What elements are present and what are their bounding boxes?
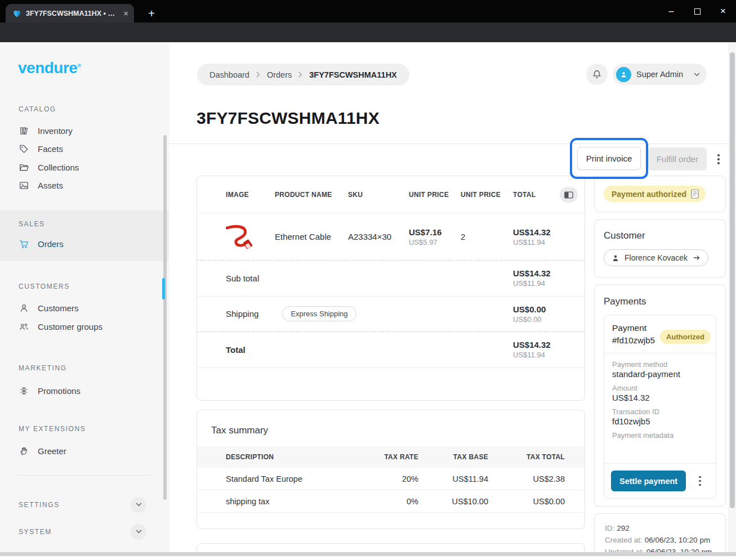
col-unit-price: UNIT PRICE: [409, 191, 461, 199]
inventory-icon: [19, 126, 29, 136]
annotation-highlight-ring: Print invoice: [570, 138, 648, 179]
breadcrumb-current: 3FY7FSCWSHMA11HX: [309, 70, 397, 79]
user-menu[interactable]: Super Admin: [613, 64, 707, 85]
window-close-button[interactable]: ×: [710, 0, 736, 23]
field-label: Transaction ID: [612, 407, 708, 416]
total-value: US$14.32 US$11.94: [513, 340, 551, 359]
window-maximize-button[interactable]: [684, 0, 710, 23]
sidebar-item-assets[interactable]: Assets: [0, 177, 169, 195]
section-title: MY EXTENSIONS: [0, 425, 169, 433]
snowflake-icon: [19, 386, 29, 396]
settle-payment-button[interactable]: Settle payment: [611, 471, 686, 491]
sidebar-item-orders[interactable]: Orders: [0, 235, 169, 253]
sidebar-item-greeter[interactable]: Greeter: [0, 442, 169, 460]
order-state-label: Payment authorized: [612, 190, 686, 199]
chevron-down-icon[interactable]: [131, 524, 146, 540]
browser-tab[interactable]: 3FY7FSCWSHMA11HX • Vendure ×: [6, 4, 134, 23]
sidebar-item-label: Promotions: [38, 386, 81, 396]
user-icon: [19, 303, 29, 313]
payment-fields: Payment method standard-payment Amount U…: [604, 353, 716, 440]
sidebar-scrollbar[interactable]: [163, 135, 167, 500]
sidebar-item-label: Assets: [38, 181, 63, 190]
payment-header: Payment #fd10zwjb5 Authorized: [604, 315, 716, 353]
payment-actions: Settle payment: [604, 463, 716, 498]
sidebar-section-marketing: MARKETING Promotions: [0, 364, 169, 401]
tax-summary-title: Tax summary: [197, 410, 585, 436]
tab-title: 3FY7FSCWSHMA11HX • Vendure: [26, 10, 119, 17]
print-invoice-button[interactable]: Print invoice: [577, 147, 641, 170]
arrow-right-icon: [693, 254, 701, 261]
users-icon: [19, 321, 29, 332]
meta-created-row: Created at:06/06/23, 10:20 pm: [605, 534, 715, 546]
customer-link[interactable]: Florence Kovacek: [604, 249, 708, 266]
column-settings-button[interactable]: [560, 187, 578, 203]
field-label: Payment metadata: [612, 431, 708, 440]
tax-row: Standard Tax Europe 20% US$11.94 US$2.38: [197, 468, 585, 490]
page-scrollbar-thumb[interactable]: [730, 52, 735, 508]
sidebar-item-facets[interactable]: Facets: [0, 140, 169, 159]
more-actions-icon[interactable]: [713, 150, 724, 168]
sidebar-item-label: Customers: [38, 303, 79, 313]
col-description: DESCRIPTION: [226, 453, 356, 461]
order-items-card: IMAGE PRODUCT NAME SKU UNIT PRICE UNIT P…: [197, 176, 585, 401]
sidebar-item-promotions[interactable]: Promotions: [0, 382, 169, 401]
total-row: Total US$14.32 US$11.94: [197, 332, 585, 368]
chevron-down-icon[interactable]: [131, 497, 146, 513]
sidebar-item-label: Facets: [38, 144, 63, 154]
sidebar-section-my-extensions: MY EXTENSIONS Greeter: [0, 425, 169, 460]
section-title: CUSTOMERS: [0, 283, 169, 290]
order-line-row: Ethernet Cable A23334×30 US$7.16 US$5.97…: [197, 213, 585, 261]
payment-detail-card: Payment #fd10zwjb5 Authorized Payment me…: [604, 315, 716, 499]
window-minimize-button[interactable]: –: [658, 0, 684, 23]
total-label: Total: [226, 345, 246, 355]
fulfill-order-button[interactable]: Fulfill order: [648, 147, 707, 171]
browser-toolbar: localhost:3000/admin/orders/292: [0, 23, 736, 42]
main-content: Dashboard Orders 3FY7FSCWSHMA11HX Super …: [169, 42, 736, 556]
sidebar-item-customers[interactable]: Customers: [0, 299, 169, 318]
customer-name: Florence Kovacek: [625, 253, 688, 262]
new-tab-button[interactable]: +: [144, 6, 159, 21]
sidebar-item-label: Orders: [38, 239, 64, 249]
col-tax-total: TAX TOTAL: [488, 453, 565, 461]
user-icon: [612, 254, 619, 262]
chevron-down-icon: [694, 73, 700, 77]
sidebar-section-settings[interactable]: SETTINGS: [0, 494, 169, 516]
payment-more-actions-icon[interactable]: [695, 473, 705, 490]
line-total-cell: US$14.32 US$11.94: [513, 227, 581, 247]
history-icon: [691, 189, 699, 199]
field-value: standard-payment: [612, 369, 708, 379]
payments-card: Payments Payment #fd10zwjb5 Authorized P…: [594, 284, 726, 507]
sidebar-item-collections[interactable]: Collections: [0, 158, 169, 177]
product-name[interactable]: Ethernet Cable: [275, 232, 348, 241]
tab-close-icon[interactable]: ×: [123, 9, 128, 17]
sidebar-section-customers: CUSTOMERS Customers Customer groups: [0, 283, 169, 336]
col-product-name: PRODUCT NAME: [275, 191, 348, 199]
page-scrollbar[interactable]: [729, 42, 736, 556]
sidebar-item-inventory[interactable]: Inventory: [0, 122, 169, 140]
notifications-button[interactable]: [586, 64, 608, 85]
unit-price-cell: US$7.16 US$5.97: [409, 227, 461, 247]
section-title: SALES: [0, 220, 169, 228]
section-title: SETTINGS: [19, 501, 60, 509]
payments-card-title: Payments: [604, 296, 716, 307]
subtotal-value: US$14.32 US$11.94: [513, 268, 551, 288]
breadcrumb-dashboard[interactable]: Dashboard: [209, 70, 249, 79]
vendure-favicon-icon: [12, 9, 21, 18]
order-state-chip[interactable]: Payment authorized: [604, 186, 706, 202]
vendure-logo[interactable]: vendure®: [18, 59, 169, 77]
section-title: SYSTEM: [19, 528, 52, 536]
sidebar-item-customer-groups[interactable]: Customer groups: [0, 317, 169, 336]
breadcrumb-orders[interactable]: Orders: [267, 70, 292, 79]
col-image: IMAGE: [226, 191, 275, 199]
customer-card: Customer Florence Kovacek: [594, 219, 726, 277]
chevron-right-icon: [298, 71, 302, 78]
sidebar-section-system[interactable]: SYSTEM: [0, 521, 169, 543]
folder-icon: [19, 162, 29, 173]
field-label: Payment method: [612, 360, 708, 369]
sidebar-item-label: Greeter: [38, 446, 66, 456]
breadcrumb: Dashboard Orders 3FY7FSCWSHMA11HX: [197, 64, 409, 86]
shipping-row: Shipping Express Shipping US$0.00 US$0.0…: [197, 297, 585, 333]
quantity-cell: 2: [461, 232, 513, 241]
user-name: Super Admin: [636, 70, 689, 79]
section-title: MARKETING: [0, 364, 169, 372]
